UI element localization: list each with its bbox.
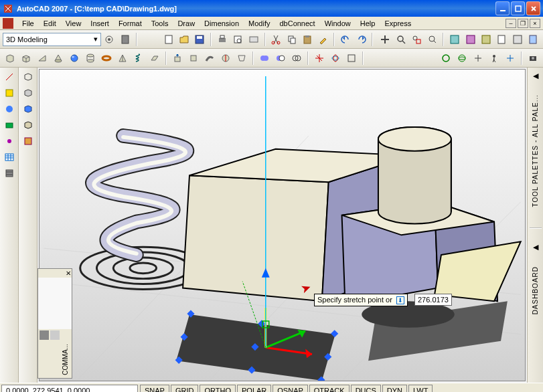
menu-help[interactable]: Help (356, 18, 380, 29)
xref-icon[interactable] (3, 86, 16, 100)
sweep-icon[interactable] (202, 51, 217, 66)
menu-dimension[interactable]: Dimension (200, 18, 244, 29)
tool-palettes-icon[interactable] (118, 32, 132, 47)
box-icon[interactable] (19, 51, 33, 66)
wedge-icon[interactable] (35, 51, 50, 66)
visual-hidden-icon[interactable] (21, 86, 35, 100)
undo-icon[interactable] (338, 32, 352, 47)
dashboard-label[interactable]: DASHBOARD (532, 266, 539, 314)
palette-expand-icon[interactable]: ◀ (530, 70, 541, 81)
torus-icon[interactable] (99, 51, 114, 66)
camera-icon[interactable] (526, 51, 540, 66)
menu-format[interactable]: Format (114, 18, 147, 29)
sphere-icon[interactable] (67, 51, 82, 66)
new-icon[interactable] (161, 32, 175, 47)
table-icon[interactable] (3, 151, 16, 164)
cone-icon[interactable] (51, 51, 66, 66)
paste-icon[interactable] (301, 32, 315, 47)
3dmove-icon[interactable] (312, 51, 327, 66)
menu-dbconnect[interactable]: dbConnect (275, 18, 319, 29)
revolve-icon[interactable] (218, 51, 233, 66)
menu-tools[interactable]: Tools (147, 18, 173, 29)
hatch-icon[interactable] (3, 167, 16, 180)
quickcalc-icon[interactable] (526, 32, 540, 47)
presspull-icon[interactable] (186, 51, 201, 66)
block-icon[interactable] (3, 118, 16, 132)
status-snap[interactable]: SNAP (140, 385, 169, 393)
swivel-icon[interactable] (471, 51, 485, 66)
sheetset-icon[interactable] (495, 32, 509, 47)
status-otrack[interactable]: OTRACK (309, 385, 350, 393)
fly-icon[interactable] (503, 51, 518, 66)
redo-icon[interactable] (354, 32, 368, 47)
menu-express[interactable]: Express (380, 18, 416, 29)
pyramid-icon[interactable] (115, 51, 130, 66)
walk-icon[interactable] (487, 51, 501, 66)
workspace-selector[interactable]: 3D Modeling ▾ (3, 33, 101, 46)
zoom-window-icon[interactable] (409, 32, 423, 47)
3drotate-icon[interactable] (328, 51, 343, 66)
intersect-icon[interactable] (289, 51, 304, 66)
polysolid-icon[interactable] (3, 51, 17, 66)
doc-close-button[interactable]: × (530, 19, 540, 28)
minimize-button[interactable] (495, 1, 510, 15)
drawing-area[interactable]: ➤ Specify stretch point or ⬇ 276.0173 ✕ … (37, 68, 527, 383)
matchprop-icon[interactable] (316, 32, 330, 47)
free-orbit-icon[interactable] (455, 51, 469, 66)
visual-manage-icon[interactable] (21, 134, 35, 148)
dynamic-input[interactable]: 276.0173 (414, 294, 452, 306)
union-icon[interactable] (257, 51, 272, 66)
status-dyn[interactable]: DYN (382, 385, 407, 393)
command-history[interactable] (38, 278, 72, 329)
line-icon[interactable] (3, 70, 16, 84)
doc-restore-button[interactable]: ❐ (518, 19, 528, 28)
panel-close-icon[interactable]: ✕ (66, 270, 71, 277)
menu-modify[interactable]: Modify (244, 18, 275, 29)
pan-icon[interactable] (378, 32, 392, 47)
tool-palettes-label[interactable]: TOOL PALETTES - ALL PALE... (532, 94, 539, 207)
markup-icon[interactable] (510, 32, 524, 47)
cursor-coordinates[interactable]: 0.0000, 272.9541, 0.0000 (1, 385, 138, 393)
menu-insert[interactable]: Insert (86, 18, 114, 29)
status-polar[interactable]: POLAR (237, 385, 271, 393)
print-icon[interactable] (215, 32, 229, 47)
close-button[interactable] (526, 1, 540, 15)
menu-view[interactable]: View (61, 18, 86, 29)
constrained-orbit-icon[interactable] (439, 51, 453, 66)
save-icon[interactable] (193, 32, 207, 47)
copy-icon[interactable] (285, 32, 299, 47)
maximize-button[interactable] (511, 1, 525, 15)
properties-icon[interactable] (447, 32, 461, 47)
workspace-settings-icon[interactable] (102, 32, 117, 47)
helix-icon[interactable] (131, 51, 146, 66)
palette-bar[interactable]: ◀ TOOL PALETTES - ALL PALE... ◀ DASHBOAR… (527, 68, 543, 383)
status-osnap[interactable]: OSNAP (273, 385, 308, 393)
visual-wire-icon[interactable] (21, 70, 35, 84)
tool-palettes2-icon[interactable] (479, 32, 493, 47)
3dalign-icon[interactable] (344, 51, 359, 66)
subtract-icon[interactable] (273, 51, 288, 66)
zoom-icon[interactable] (394, 32, 408, 47)
publish-icon[interactable] (246, 32, 260, 47)
status-ortho[interactable]: ORTHO (200, 385, 236, 393)
menu-edit[interactable]: Edit (39, 18, 61, 29)
open-icon[interactable] (177, 32, 191, 47)
zoom-previous-icon[interactable] (425, 32, 439, 47)
circle-icon[interactable] (3, 102, 16, 116)
loft-icon[interactable] (234, 51, 249, 66)
status-grid[interactable]: GRID (171, 385, 199, 393)
visual-realistic-icon[interactable] (21, 102, 35, 116)
menu-window[interactable]: Window (320, 18, 356, 29)
visual-concept-icon[interactable] (21, 118, 35, 132)
point-icon[interactable] (3, 134, 16, 148)
extrude-icon[interactable] (170, 51, 185, 66)
preview-icon[interactable] (231, 32, 245, 47)
command-panel[interactable]: ✕ COMMA... (37, 268, 72, 379)
cylinder-icon[interactable] (83, 51, 98, 66)
dashboard-expand-icon[interactable]: ◀ (530, 242, 541, 253)
status-ducs[interactable]: DUCS (351, 385, 381, 393)
doc-minimize-button[interactable]: – (506, 19, 516, 28)
menu-draw[interactable]: Draw (173, 18, 200, 29)
status-lwt[interactable]: LWT (408, 385, 433, 393)
menu-file[interactable]: File (17, 18, 39, 29)
